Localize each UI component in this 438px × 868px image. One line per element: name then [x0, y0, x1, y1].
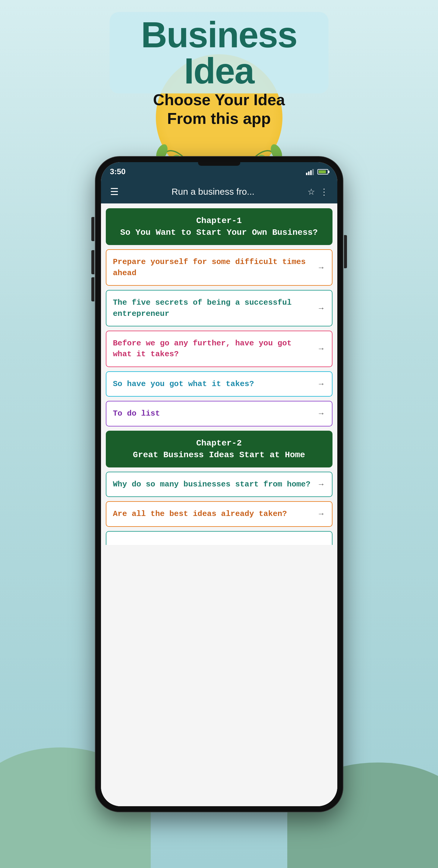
list-item-5-text: To do list: [113, 408, 314, 419]
list-item-8-partial[interactable]: [106, 531, 333, 545]
list-item-5[interactable]: To do list →: [106, 401, 333, 426]
svg-rect-13: [312, 169, 314, 175]
list-item-2-arrow: →: [317, 304, 325, 313]
app-title: Business Idea: [127, 17, 311, 89]
app-bar: ☰ Run a business fro... ☆ ⋮: [101, 180, 337, 204]
list-item-7-arrow: →: [317, 509, 325, 518]
app-bar-title: Run a business fro...: [125, 187, 302, 197]
list-item-6-arrow: →: [317, 480, 325, 489]
list-item-5-arrow: →: [317, 409, 325, 418]
content-area: Chapter-1 So You Want to Start Your Own …: [101, 204, 337, 806]
status-icons: [306, 168, 328, 175]
phone-notch: [198, 162, 240, 166]
list-item-6-text: Why do so many businesses start from hom…: [113, 479, 314, 490]
signal-icon: [306, 168, 315, 175]
svg-rect-11: [308, 172, 310, 175]
menu-icon[interactable]: ☰: [110, 186, 119, 197]
chapter-2-title: Chapter-2 Great Business Ideas Start at …: [112, 437, 326, 461]
list-item-7[interactable]: Are all the best ideas already taken? →: [106, 501, 333, 527]
list-item-3-text: Before we go any further, have you got w…: [113, 338, 314, 360]
subtitle-line1: Choose Your Idea From this app: [114, 90, 325, 128]
list-item-2-text: The five secrets of being a successful e…: [113, 297, 314, 319]
list-item-4-arrow: →: [317, 379, 325, 389]
phone-frame: 3:50 ☰ Run a business fro...: [96, 157, 343, 812]
star-icon[interactable]: ☆: [308, 187, 315, 197]
status-time: 3:50: [110, 167, 126, 176]
list-item-6[interactable]: Why do so many businesses start from hom…: [106, 472, 333, 497]
chapter-1-title: Chapter-1 So You Want to Start Your Own …: [112, 215, 326, 239]
battery-indicator: [317, 169, 328, 175]
more-icon[interactable]: ⋮: [320, 187, 328, 197]
svg-rect-12: [310, 170, 312, 175]
list-item-1-text: Prepare yourself for some difficult time…: [113, 256, 314, 278]
list-item-3-arrow: →: [317, 344, 325, 353]
list-item-1[interactable]: Prepare yourself for some difficult time…: [106, 249, 333, 286]
phone-wrapper: 3:50 ☰ Run a business fro...: [96, 157, 343, 812]
list-item-7-text: Are all the best ideas already taken?: [113, 508, 314, 519]
subtitle-block: Choose Your Idea From this app: [114, 90, 325, 128]
list-item-4-text: So have you got what it takes?: [113, 378, 314, 390]
chapter-2-header: Chapter-2 Great Business Ideas Start at …: [106, 431, 333, 467]
list-item-3[interactable]: Before we go any further, have you got w…: [106, 331, 333, 367]
list-item-4[interactable]: So have you got what it takes? →: [106, 371, 333, 397]
app-bar-actions: ☆ ⋮: [308, 187, 328, 197]
app-title-container: Business Idea: [110, 12, 328, 93]
chapter-1-header: Chapter-1 So You Want to Start Your Own …: [106, 208, 333, 245]
phone-screen: 3:50 ☰ Run a business fro...: [101, 162, 337, 806]
list-item-1-arrow: →: [317, 263, 325, 272]
svg-rect-10: [306, 173, 308, 175]
list-item-2[interactable]: The five secrets of being a successful e…: [106, 290, 333, 327]
